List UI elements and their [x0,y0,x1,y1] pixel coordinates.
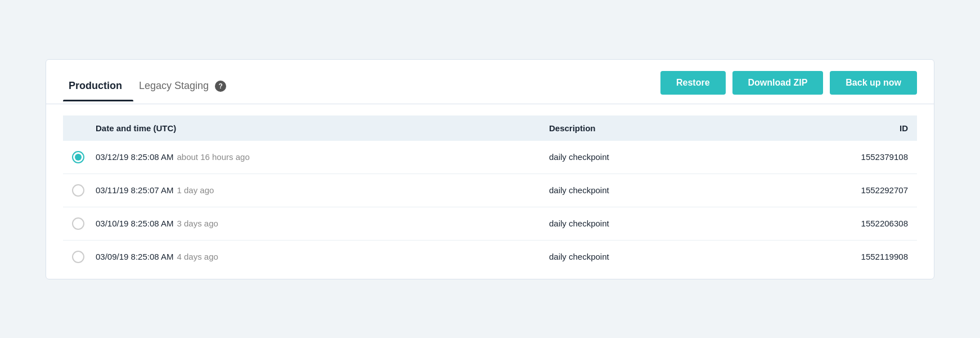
restore-button[interactable]: Restore [660,71,726,95]
datetime-relative: about 16 hours ago [177,152,249,162]
table-row[interactable]: 03/11/19 8:25:07 AM1 day agodaily checkp… [63,174,917,207]
back-up-now-button[interactable]: Back up now [830,71,917,95]
description-cell: daily checkpoint [540,207,746,240]
col-header-select [63,115,87,141]
main-card: Production Legacy Staging ? Restore Down… [46,59,934,279]
description-cell: daily checkpoint [540,240,746,273]
table-header-row: Date and time (UTC) Description ID [63,115,917,141]
radio-cell[interactable] [63,141,87,174]
radio-cell[interactable] [63,240,87,273]
tab-legacy-staging[interactable]: Legacy Staging ? [133,73,237,101]
tab-legacy-staging-label: Legacy Staging [139,80,209,91]
radio-cell[interactable] [63,174,87,207]
table-row[interactable]: 03/12/19 8:25:08 AMabout 16 hours agodai… [63,141,917,174]
radio-inner [75,154,82,161]
table-section: Date and time (UTC) Description ID 03/12… [46,104,934,279]
radio-button[interactable] [72,151,84,163]
datetime-main: 03/12/19 8:25:08 AM [96,152,173,162]
id-cell: 1552379108 [746,141,917,174]
datetime-relative: 3 days ago [177,219,218,228]
radio-button[interactable] [72,217,84,230]
backups-table: Date and time (UTC) Description ID 03/12… [63,115,917,273]
col-header-datetime: Date and time (UTC) [87,115,540,141]
tab-production-label: Production [69,80,122,91]
datetime-cell: 03/10/19 8:25:08 AM3 days ago [87,207,540,240]
header-actions: Restore Download ZIP Back up now [660,71,917,104]
id-cell: 1552292707 [746,174,917,207]
tab-production[interactable]: Production [63,73,133,101]
datetime-main: 03/10/19 8:25:08 AM [96,219,173,228]
help-icon[interactable]: ? [215,81,226,92]
table-row[interactable]: 03/09/19 8:25:08 AM4 days agodaily check… [63,240,917,273]
radio-button[interactable] [72,251,84,263]
col-header-description: Description [540,115,746,141]
description-cell: daily checkpoint [540,174,746,207]
datetime-cell: 03/09/19 8:25:08 AM4 days ago [87,240,540,273]
download-zip-button[interactable]: Download ZIP [732,71,824,95]
description-cell: daily checkpoint [540,141,746,174]
tabs-container: Production Legacy Staging ? [63,73,237,101]
radio-button[interactable] [72,184,84,197]
radio-cell[interactable] [63,207,87,240]
id-cell: 1552119908 [746,240,917,273]
col-header-id: ID [746,115,917,141]
id-cell: 1552206308 [746,207,917,240]
datetime-cell: 03/12/19 8:25:08 AMabout 16 hours ago [87,141,540,174]
table-row[interactable]: 03/10/19 8:25:08 AM3 days agodaily check… [63,207,917,240]
datetime-cell: 03/11/19 8:25:07 AM1 day ago [87,174,540,207]
datetime-relative: 4 days ago [177,252,218,261]
tab-header: Production Legacy Staging ? Restore Down… [46,60,934,104]
datetime-main: 03/11/19 8:25:07 AM [96,185,173,195]
datetime-relative: 1 day ago [177,185,214,195]
datetime-main: 03/09/19 8:25:08 AM [96,252,173,261]
